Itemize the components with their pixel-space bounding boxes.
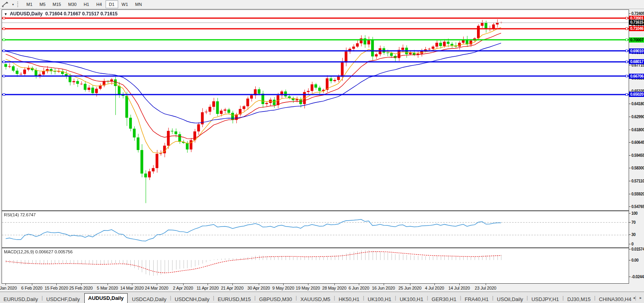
date-label-100: 16 Jun 2020 <box>372 286 395 290</box>
macd-main-value: 0.006627 <box>35 249 53 254</box>
date-tick <box>108 284 108 285</box>
date-tick <box>6 284 6 285</box>
timeframe-m5[interactable]: M5 <box>36 0 49 8</box>
date-tick <box>283 284 284 285</box>
timeframe-d1[interactable]: D1 <box>106 0 118 8</box>
tab-scroll-left-icon[interactable]: ◂ <box>633 296 635 300</box>
tab-usdcnh-daily[interactable]: USDCNH,Daily <box>171 295 213 303</box>
timeframe-m15[interactable]: M15 <box>49 0 65 8</box>
date-label-47: 2 Apr 2020 <box>173 286 193 290</box>
macd-tick--0.02441: -0.02441 <box>629 274 644 279</box>
timeframe-w1[interactable]: W1 <box>118 0 132 8</box>
date-label-27: 5 Mar 2020 <box>97 286 118 290</box>
date-label-113.5: 4 Jul 2020 <box>425 286 444 290</box>
rsi-tick-0: 0 <box>629 242 633 246</box>
tool-dropdown-caret-icon[interactable]: ▾ <box>10 1 16 8</box>
price-chart-canvas[interactable] <box>2 9 629 211</box>
macd-tick-0.01574: 0.01574 <box>629 247 644 252</box>
price-tick-0.61800: 0.61800 <box>629 127 644 132</box>
date-label-120: 14 Jul 2020 <box>448 286 470 290</box>
date-label-20: 25 Feb 2020 <box>69 286 93 290</box>
date-tick <box>132 284 132 285</box>
tab-gbpusd-m30[interactable]: GBPUSD,M30 <box>256 295 296 303</box>
date-label-80: 19 May 2020 <box>296 286 320 290</box>
date-tick <box>157 284 157 285</box>
line-price-label-0.71046: 0.71046 <box>629 26 644 31</box>
timeframe-m1[interactable]: M1 <box>23 0 36 8</box>
chart-symbol-label: AUDUSD,Daily <box>10 11 43 17</box>
date-label-67: 30 Apr 2020 <box>247 286 270 290</box>
tab-usdcad-daily[interactable]: USDCAD,Daily <box>128 295 170 303</box>
timeframe-mn[interactable]: MN <box>132 0 145 8</box>
date-label-13.5: 15 Feb 2020 <box>45 286 68 290</box>
price-tick-0.60645: 0.60645 <box>629 140 644 145</box>
date-tick <box>359 284 359 285</box>
tab-xauusd-m5[interactable]: XAUUSD,M5 <box>297 295 334 303</box>
rsi-panel-canvas[interactable] <box>2 211 629 248</box>
date-tick <box>334 284 335 285</box>
toolbar: ▾ M1M5M15M30H1H4D1W1MN <box>0 0 644 9</box>
date-tick <box>410 284 410 285</box>
date-tick <box>459 284 460 285</box>
date-label-60: 21 Apr 2020 <box>221 286 243 290</box>
tab-dj30-m15[interactable]: DJ30,M15 <box>564 295 594 303</box>
price-axis[interactable]: 0.724050.712150.700250.688350.677150.665… <box>629 9 644 292</box>
timeframe-h4[interactable]: H4 <box>93 0 105 8</box>
draw-cursor-glyph <box>2 2 8 7</box>
price-tick-0.55920: 0.55920 <box>629 192 644 197</box>
price-tick-0.58300: 0.58300 <box>629 166 644 171</box>
tab-hk50-h1[interactable]: HK50,H1 <box>335 295 363 303</box>
date-tick <box>56 284 57 285</box>
line-price-label-0.68017: 0.68017 <box>629 59 644 64</box>
date-tick <box>183 284 184 285</box>
date-tick <box>308 284 308 285</box>
macd-indicator-label: MACD(12,26,9) 0.006627 0.005756 <box>4 249 72 254</box>
tab-scroll-arrows: ◂▸ <box>633 296 642 300</box>
draw-cursor-icon[interactable] <box>0 1 10 8</box>
price-tick-0.62990: 0.62990 <box>629 114 644 119</box>
tab-fra40-h1[interactable]: FRA40,H1 <box>461 295 492 303</box>
trading-platform-window: ▾ M1M5M15M30H1H4D1W1MN ▼AUDUSD,Daily 0.7… <box>0 0 644 303</box>
date-label-7: 6 Feb 2020 <box>21 286 43 290</box>
price-tick-0.64180: 0.64180 <box>629 101 644 106</box>
date-label-40: 24 Mar 2020 <box>145 286 169 290</box>
tab-uk100-h1[interactable]: UK100,H1 <box>396 295 427 303</box>
date-label-0: 28 Jan 2020 <box>0 286 17 290</box>
tab-usdchf-daily[interactable]: USDCHF,Daily <box>43 295 84 303</box>
toolbar-grip[interactable] <box>17 2 20 7</box>
date-tick <box>486 284 486 285</box>
rsi-value: 72.6747 <box>20 212 36 217</box>
timeframe-h1[interactable]: H1 <box>80 0 93 8</box>
tab-usdjpy-h1[interactable]: USDJPY,H1 <box>528 295 562 303</box>
price-tick-0.54765: 0.54765 <box>629 204 644 209</box>
date-tick <box>32 284 32 285</box>
macd-name: MACD(12,26,9) <box>4 249 34 254</box>
tab-audusd-daily[interactable]: AUDUSD,Daily <box>84 293 128 303</box>
date-tick <box>232 284 233 285</box>
tab-china300-h4[interactable]: CHINA300,H4 <box>596 295 635 303</box>
macd-panel-canvas[interactable] <box>2 248 629 284</box>
price-tick-0.59455: 0.59455 <box>629 153 644 158</box>
tab-eurusd-m15[interactable]: EURUSD,M15 <box>214 295 254 303</box>
tab-ger30-h1[interactable]: GER30,H1 <box>428 295 460 303</box>
timeframe-m30[interactable]: M30 <box>65 0 80 8</box>
date-tick <box>259 284 259 285</box>
timeframe-button-group: M1M5M15M30H1H4D1W1MN <box>23 0 145 8</box>
date-axis[interactable]: 28 Jan 20206 Feb 202015 Feb 202025 Feb 2… <box>2 284 629 292</box>
collapse-caret-icon[interactable]: ▼ <box>4 12 7 16</box>
line-price-label-0.69010: 0.69010 <box>629 48 644 54</box>
tab-uk100-h1[interactable]: UK100,H1 <box>364 295 395 303</box>
tab-eurusd-daily[interactable]: EURUSD,Daily <box>0 295 41 303</box>
rsi-indicator-label: RSI(14) 72.6747 <box>4 212 36 217</box>
date-tick <box>81 284 82 285</box>
date-label-53.5: 11 Apr 2020 <box>197 286 219 290</box>
tab-scroll-right-icon[interactable]: ▸ <box>640 296 642 300</box>
tab-usoil-daily[interactable]: USOil,Daily <box>494 295 527 303</box>
date-label-127: 23 Jul 2020 <box>475 286 496 290</box>
chart-title: ▼AUDUSD,Daily 0.71604 0.71667 0.71517 0.… <box>4 11 117 17</box>
rsi-tick-70: 70 <box>629 220 635 225</box>
rsi-name: RSI(14) <box>4 212 19 217</box>
current-price-label: 0.71615 <box>629 20 644 25</box>
date-tick <box>384 284 384 285</box>
line-price-label-0.65020: 0.65020 <box>629 92 644 97</box>
